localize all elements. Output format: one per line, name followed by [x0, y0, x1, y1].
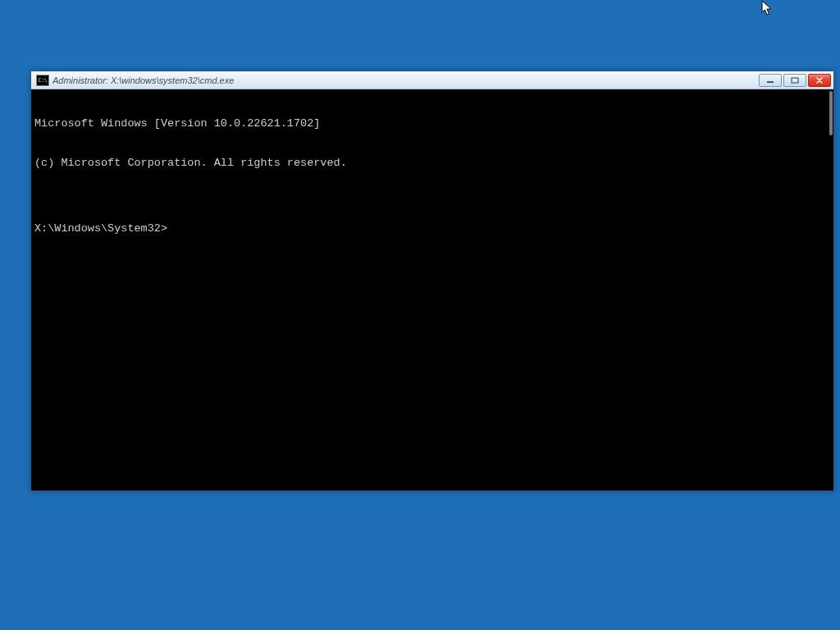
mouse-cursor-icon — [761, 0, 774, 18]
minimize-button[interactable] — [759, 74, 782, 87]
terminal-prompt: X:\Windows\System32> — [34, 222, 830, 235]
cmd-window: C:\ Administrator: X:\windows\system32\c… — [30, 71, 834, 491]
svg-rect-1 — [792, 78, 798, 83]
cmd-icon: C:\ — [36, 75, 49, 86]
scrollbar-thumb[interactable] — [829, 91, 833, 135]
window-controls — [759, 74, 831, 87]
terminal-output[interactable]: Microsoft Windows [Version 10.0.22621.17… — [31, 89, 833, 491]
terminal-line-version: Microsoft Windows [Version 10.0.22621.17… — [34, 117, 830, 130]
titlebar[interactable]: C:\ Administrator: X:\windows\system32\c… — [31, 71, 833, 89]
svg-rect-0 — [767, 81, 774, 83]
maximize-button[interactable] — [783, 74, 806, 87]
terminal-line-copyright: (c) Microsoft Corporation. All rights re… — [34, 157, 830, 170]
window-title: Administrator: X:\windows\system32\cmd.e… — [52, 75, 759, 85]
close-button[interactable] — [808, 74, 831, 87]
